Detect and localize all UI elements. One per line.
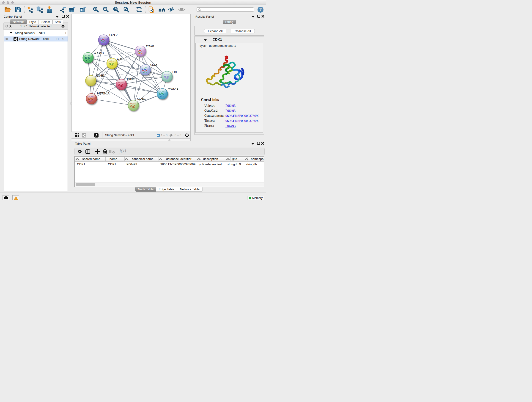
svg-text:CDC25B: CDC25B — [94, 51, 104, 55]
svg-text:CCNB2: CCNB2 — [109, 33, 118, 37]
svg-text:RB1: RB1 — [172, 70, 177, 74]
svg-text:CCNA1: CCNA1 — [146, 45, 154, 48]
svg-text:CCNE1: CCNE1 — [137, 97, 146, 100]
svg-text:HIST1H1A: HIST1H1A — [97, 92, 110, 95]
svg-text:CDKN1A: CDKN1A — [168, 88, 179, 91]
svg-text:CCNA2: CCNA2 — [127, 77, 135, 81]
svg-text:CDC6: CDC6 — [150, 63, 157, 66]
svg-text:CDK1: CDK1 — [117, 57, 124, 61]
svg-text:CCNB1: CCNB1 — [96, 74, 104, 77]
